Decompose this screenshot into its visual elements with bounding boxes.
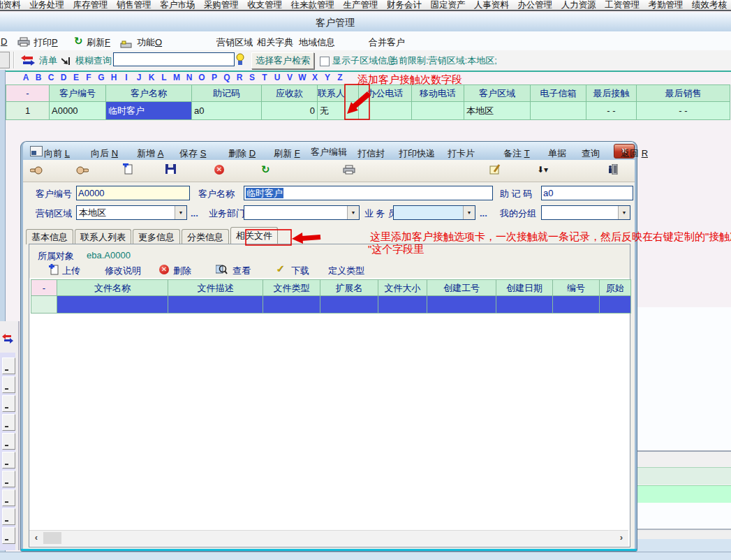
scroll-thumb[interactable]: [43, 532, 61, 544]
region-more-button[interactable]: ...: [191, 208, 198, 219]
alphabet-letter[interactable]: T: [258, 73, 271, 84]
menu-item[interactable]: 收支管理: [247, 0, 282, 11]
fcell[interactable]: [600, 296, 631, 314]
back-button[interactable]: 返回 R: [621, 147, 648, 160]
cell-extra[interactable]: [345, 102, 359, 120]
cell-receivable[interactable]: 0: [262, 102, 318, 120]
cell-email[interactable]: [531, 102, 586, 120]
alphabet-letter[interactable]: Y: [321, 73, 334, 84]
menu-item[interactable]: 财务会计: [387, 0, 422, 11]
fcol-rownum[interactable]: -: [31, 279, 57, 296]
alphabet-letter[interactable]: L: [158, 73, 170, 84]
customer-name-input[interactable]: 临时客户: [244, 186, 493, 200]
alphabet-letter[interactable]: B: [32, 73, 45, 84]
add-button[interactable]: 新增 A: [137, 147, 163, 160]
alphabet-letter[interactable]: A: [20, 73, 32, 84]
alphabet-letter[interactable]: E: [70, 73, 82, 84]
menu-merge-customer[interactable]: 合并客户: [369, 36, 405, 49]
side-mini-button[interactable]: [2, 358, 15, 374]
cell-name-selected[interactable]: 临时客户: [106, 102, 192, 120]
menu-item[interactable]: 础资料: [0, 0, 21, 11]
query-button[interactable]: 查询: [582, 147, 600, 160]
col-last-sale[interactable]: 最后销售: [637, 84, 730, 102]
cell-mnemonic[interactable]: a0: [192, 102, 262, 120]
alphabet-letter[interactable]: J: [133, 73, 145, 84]
tab-class-info[interactable]: 分类信息: [182, 229, 229, 244]
chevron-down-icon[interactable]: ▼: [618, 206, 630, 219]
side-mini-button[interactable]: [2, 452, 15, 469]
view-button[interactable]: 查看: [232, 265, 251, 277]
fcol-number[interactable]: 编号: [553, 279, 600, 296]
side-mini-button[interactable]: [2, 376, 15, 393]
side-mini-button[interactable]: [2, 395, 15, 412]
save-button[interactable]: 保存 S: [179, 147, 206, 160]
cell-office-phone[interactable]: [359, 102, 412, 120]
alphabet-letter[interactable]: O: [195, 73, 208, 84]
fcell[interactable]: [57, 296, 168, 314]
horizontal-scrollbar[interactable]: ‹ ›: [29, 530, 628, 546]
menu-item[interactable]: 销售管理: [117, 0, 152, 11]
salesman-more-button[interactable]: ...: [480, 208, 487, 219]
print-card-button[interactable]: 打卡片: [448, 147, 475, 160]
next-button[interactable]: 向后 N: [91, 147, 118, 160]
fcell[interactable]: [378, 296, 427, 314]
menu-item[interactable]: 考勤管理: [649, 0, 684, 11]
cell-region[interactable]: 本地区: [464, 102, 531, 120]
cell-code[interactable]: A0000: [50, 102, 106, 120]
dialog-refresh-button[interactable]: 刷新 F: [274, 147, 300, 160]
menu-item[interactable]: 往来款管理: [291, 0, 335, 11]
cell-rownum[interactable]: 1: [6, 102, 50, 120]
tab-more-info[interactable]: 更多信息: [133, 229, 180, 244]
col-region[interactable]: 客户区域: [464, 84, 531, 102]
delete-file-button[interactable]: 删除: [173, 265, 191, 277]
bill-button[interactable]: 单据: [548, 147, 566, 160]
side-mini-button[interactable]: [2, 527, 15, 544]
chevron-down-icon[interactable]: ▼: [347, 206, 359, 219]
cell-mobile[interactable]: [412, 102, 464, 120]
menu-item[interactable]: 人力资源: [561, 0, 596, 11]
alphabet-letter[interactable]: N: [183, 73, 195, 84]
fcol-file-name[interactable]: 文件名称: [57, 279, 168, 296]
alphabet-letter[interactable]: X: [309, 73, 321, 84]
tab-basic-info[interactable]: 基本信息: [26, 229, 73, 244]
menu-item[interactable]: 客户市场: [160, 0, 195, 11]
col-customer-code[interactable]: 客户编号: [50, 84, 106, 102]
col-extra[interactable]: [345, 84, 359, 102]
group-combo[interactable]: ▼: [541, 205, 630, 220]
print-express-button[interactable]: 打印快递: [399, 147, 435, 160]
alphabet-letter[interactable]: F: [82, 73, 95, 84]
fcol-file-type[interactable]: 文件类型: [263, 279, 320, 296]
scroll-left-arrow[interactable]: ‹: [31, 532, 42, 544]
menu-item[interactable]: 工资管理: [605, 0, 640, 11]
alphabet-letter[interactable]: R: [233, 73, 246, 84]
side-mini-button[interactable]: [2, 489, 15, 506]
delete-button[interactable]: 删除 D: [228, 147, 256, 160]
alphabet-letter[interactable]: S: [246, 73, 258, 84]
col-receivable[interactable]: 应收款: [262, 84, 318, 102]
alphabet-letter[interactable]: V: [283, 73, 296, 84]
mnemonic-input[interactable]: a0: [541, 186, 633, 200]
fcol-file-desc[interactable]: 文件描述: [168, 279, 263, 296]
region-combo[interactable]: 本地区▼: [76, 205, 187, 220]
menu-item[interactable]: 绩效考核: [692, 0, 727, 11]
files-empty-selected-row[interactable]: [31, 296, 631, 314]
chevron-down-icon[interactable]: ▼: [463, 206, 475, 219]
remark-button[interactable]: 备注 T: [503, 147, 530, 160]
fcell[interactable]: [427, 296, 496, 314]
menu-related-dict[interactable]: 相关字典: [257, 36, 293, 49]
salesman-combo[interactable]: ▼: [393, 205, 475, 220]
search-input[interactable]: [113, 52, 235, 66]
fcol-creator-id[interactable]: 创建工号: [427, 279, 496, 296]
alphabet-letter[interactable]: Z: [334, 73, 346, 84]
upload-button[interactable]: 上传: [62, 265, 80, 277]
function-button[interactable]: 功能O: [137, 36, 162, 49]
col-contact[interactable]: 联系人: [318, 84, 345, 102]
col-rownum[interactable]: -: [6, 84, 50, 102]
fcell[interactable]: [320, 296, 378, 314]
alphabet-letter[interactable]: Q: [221, 73, 233, 84]
alphabet-letter[interactable]: P: [208, 73, 221, 84]
alphabet-letter[interactable]: D: [57, 73, 70, 84]
menu-item[interactable]: 固定资产: [430, 0, 465, 11]
list-button[interactable]: 清单: [39, 54, 57, 67]
col-mnemonic[interactable]: 助记码: [192, 84, 262, 102]
